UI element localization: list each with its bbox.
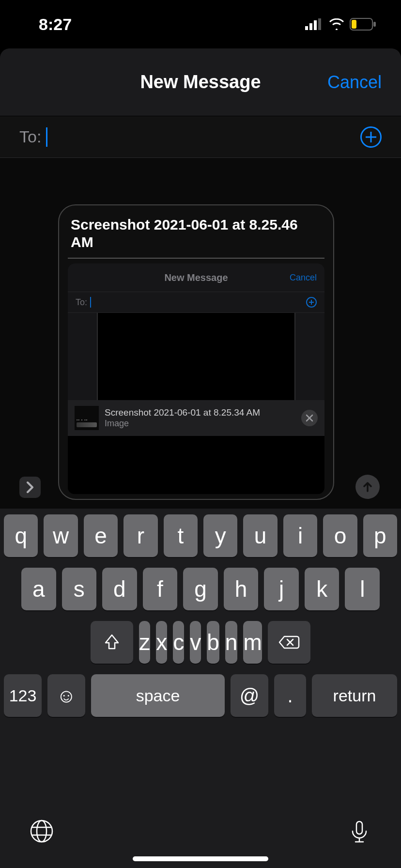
key-v[interactable]: v bbox=[190, 621, 201, 664]
key-l[interactable]: l bbox=[345, 568, 380, 610]
key-m[interactable]: m bbox=[243, 621, 262, 664]
arrow-up-icon bbox=[361, 480, 374, 493]
sheet-header: New Message Cancel bbox=[0, 48, 401, 116]
key-u[interactable]: u bbox=[243, 514, 277, 557]
svg-rect-5 bbox=[373, 22, 376, 27]
inner-attachment-type: Image bbox=[105, 418, 295, 429]
key-h[interactable]: h bbox=[224, 568, 259, 610]
send-button[interactable] bbox=[355, 475, 380, 499]
status-bar: 8:27 bbox=[0, 0, 401, 48]
add-contact-button[interactable] bbox=[360, 126, 382, 148]
inner-add-icon bbox=[306, 297, 317, 308]
keyboard-row-4: 123 ☺ space @ . return bbox=[4, 674, 397, 717]
attachment-bubble[interactable]: Screenshot 2021-06-01 at 8.25.46 AM New … bbox=[58, 204, 334, 500]
key-r[interactable]: r bbox=[123, 514, 157, 557]
chevron-right-icon bbox=[26, 480, 34, 494]
svg-rect-2 bbox=[314, 20, 317, 30]
attachment-title: Screenshot 2021-06-01 at 8.25.46 AM bbox=[59, 205, 333, 258]
inner-close-icon bbox=[301, 410, 318, 426]
to-field-row[interactable]: To: bbox=[0, 116, 401, 158]
inner-cancel: Cancel bbox=[290, 273, 317, 283]
shift-icon bbox=[103, 633, 121, 651]
return-key[interactable]: return bbox=[312, 674, 397, 717]
delete-key[interactable] bbox=[268, 621, 310, 664]
sheet-title: New Message bbox=[140, 72, 261, 93]
svg-point-7 bbox=[31, 821, 52, 842]
shift-key[interactable] bbox=[91, 621, 133, 664]
globe-button[interactable] bbox=[29, 819, 54, 846]
key-b[interactable]: b bbox=[207, 621, 219, 664]
status-time: 8:27 bbox=[39, 15, 72, 34]
inner-to-cursor bbox=[90, 297, 91, 308]
key-j[interactable]: j bbox=[264, 568, 299, 610]
compose-body[interactable]: Screenshot 2021-06-01 at 8.25.46 AM New … bbox=[0, 158, 401, 509]
key-i[interactable]: i bbox=[283, 514, 317, 557]
dictation-button[interactable] bbox=[347, 819, 372, 846]
status-icons bbox=[305, 18, 377, 31]
key-x[interactable]: x bbox=[156, 621, 167, 664]
svg-rect-3 bbox=[318, 18, 321, 30]
key-e[interactable]: e bbox=[84, 514, 118, 557]
key-z[interactable]: z bbox=[139, 621, 150, 664]
key-w[interactable]: w bbox=[44, 514, 77, 557]
to-label: To: bbox=[19, 127, 41, 146]
key-g[interactable]: g bbox=[183, 568, 218, 610]
key-t[interactable]: t bbox=[164, 514, 198, 557]
inner-header: New Message Cancel bbox=[68, 264, 324, 292]
inner-attachment-strip: •• • •• Screenshot 2021-06-01 at 8.25.34… bbox=[68, 400, 324, 436]
key-q[interactable]: q bbox=[4, 514, 38, 557]
attachment-divider bbox=[68, 258, 324, 259]
svg-rect-6 bbox=[352, 20, 356, 29]
svg-rect-1 bbox=[309, 23, 312, 30]
key-y[interactable]: y bbox=[203, 514, 237, 557]
keyboard: qwertyuiop asdfghjkl zxcvbnm 123 ☺ space… bbox=[0, 509, 401, 868]
expand-button[interactable] bbox=[19, 477, 41, 498]
keyboard-footer bbox=[0, 813, 401, 852]
inner-to-row: To: bbox=[68, 292, 324, 313]
mic-icon bbox=[347, 819, 372, 844]
inner-body bbox=[97, 313, 295, 400]
wifi-icon bbox=[328, 18, 345, 30]
key-k[interactable]: k bbox=[305, 568, 339, 610]
to-cursor bbox=[46, 127, 47, 147]
svg-rect-0 bbox=[305, 26, 308, 30]
keyboard-row-1: qwertyuiop bbox=[4, 514, 397, 557]
key-p[interactable]: p bbox=[363, 514, 397, 557]
globe-icon bbox=[29, 819, 54, 844]
delete-icon bbox=[278, 635, 300, 650]
numbers-key[interactable]: 123 bbox=[4, 674, 42, 717]
compose-sheet: New Message Cancel To: Screenshot 2021-0… bbox=[0, 48, 401, 509]
key-o[interactable]: o bbox=[323, 514, 357, 557]
inner-to-label: To: bbox=[76, 297, 87, 308]
at-key[interactable]: @ bbox=[231, 674, 268, 717]
attachment-preview: New Message Cancel To: •• • •• bbox=[68, 264, 324, 494]
inner-attachment-name: Screenshot 2021-06-01 at 8.25.34 AM bbox=[105, 407, 295, 418]
inner-thumbnail: •• • •• bbox=[75, 406, 99, 430]
emoji-icon: ☺ bbox=[57, 685, 77, 707]
key-f[interactable]: f bbox=[143, 568, 178, 610]
keyboard-row-2: asdfghjkl bbox=[4, 568, 397, 610]
cellular-icon bbox=[305, 18, 324, 30]
key-s[interactable]: s bbox=[62, 568, 97, 610]
inner-title: New Message bbox=[164, 272, 228, 283]
space-key[interactable]: space bbox=[91, 674, 225, 717]
emoji-key[interactable]: ☺ bbox=[47, 674, 85, 717]
dot-key[interactable]: . bbox=[274, 674, 306, 717]
cancel-button[interactable]: Cancel bbox=[327, 72, 382, 93]
key-d[interactable]: d bbox=[102, 568, 137, 610]
key-a[interactable]: a bbox=[21, 568, 56, 610]
home-indicator[interactable] bbox=[133, 856, 268, 861]
svg-point-8 bbox=[37, 821, 46, 842]
inner-redacted bbox=[68, 436, 324, 494]
keyboard-row-3: zxcvbnm bbox=[4, 621, 397, 664]
svg-rect-9 bbox=[356, 822, 362, 834]
key-n[interactable]: n bbox=[225, 621, 238, 664]
battery-icon bbox=[350, 18, 377, 31]
key-c[interactable]: c bbox=[173, 621, 184, 664]
